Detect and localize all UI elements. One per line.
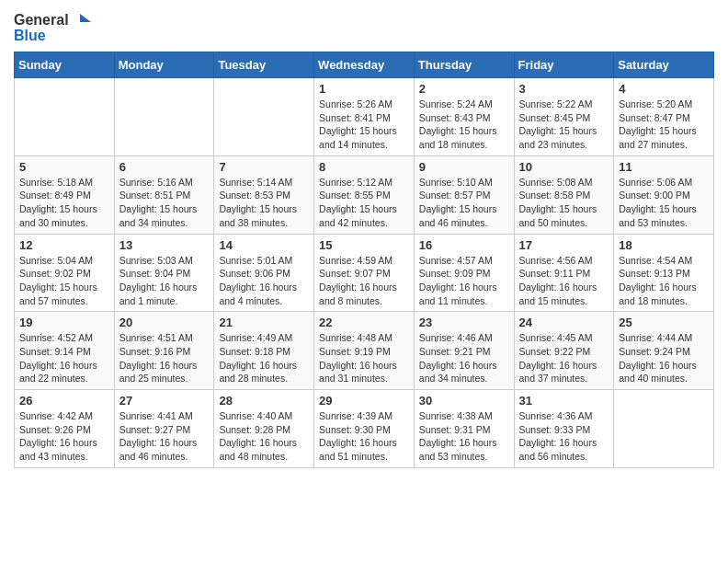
week-row-2: 5Sunrise: 5:18 AM Sunset: 8:49 PM Daylig… — [15, 155, 714, 234]
day-number: 21 — [219, 316, 309, 329]
day-number: 29 — [319, 394, 409, 408]
week-row-3: 12Sunrise: 5:04 AM Sunset: 9:02 PM Dayli… — [15, 234, 714, 312]
day-info: Sunrise: 4:57 AM Sunset: 9:09 PM Dayligh… — [419, 254, 509, 308]
day-cell: 21Sunrise: 4:49 AM Sunset: 9:18 PM Dayli… — [214, 312, 314, 390]
day-cell: 26Sunrise: 4:42 AM Sunset: 9:26 PM Dayli… — [15, 390, 115, 468]
day-number: 5 — [19, 160, 109, 174]
day-number: 30 — [419, 394, 509, 408]
day-number: 7 — [219, 160, 309, 174]
weekday-header-tuesday: Tuesday — [214, 52, 314, 78]
page-header: GeneralBlue — [14, 9, 714, 44]
header-row: SundayMondayTuesdayWednesdayThursdayFrid… — [15, 52, 714, 78]
day-number: 8 — [319, 160, 409, 174]
day-number: 4 — [619, 82, 709, 96]
day-number: 13 — [119, 238, 210, 252]
day-cell: 28Sunrise: 4:40 AM Sunset: 9:28 PM Dayli… — [214, 390, 314, 468]
day-cell: 2Sunrise: 5:24 AM Sunset: 8:43 PM Daylig… — [414, 78, 514, 156]
day-info: Sunrise: 5:14 AM Sunset: 8:53 PM Dayligh… — [219, 176, 309, 230]
day-number: 3 — [519, 82, 609, 96]
day-info: Sunrise: 4:49 AM Sunset: 9:18 PM Dayligh… — [219, 331, 309, 385]
day-info: Sunrise: 4:39 AM Sunset: 9:30 PM Dayligh… — [319, 409, 409, 464]
day-number: 20 — [119, 316, 210, 329]
day-number: 15 — [319, 238, 409, 252]
day-cell: 18Sunrise: 4:54 AM Sunset: 9:13 PM Dayli… — [614, 234, 714, 312]
day-number: 19 — [19, 316, 109, 329]
day-info: Sunrise: 5:26 AM Sunset: 8:41 PM Dayligh… — [319, 98, 409, 152]
day-cell — [15, 78, 115, 156]
day-number: 26 — [19, 394, 109, 408]
day-info: Sunrise: 4:42 AM Sunset: 9:26 PM Dayligh… — [19, 409, 109, 464]
svg-text:Blue: Blue — [14, 28, 46, 43]
day-info: Sunrise: 5:22 AM Sunset: 8:45 PM Dayligh… — [519, 98, 609, 152]
weekday-header-wednesday: Wednesday — [314, 52, 415, 78]
day-cell: 13Sunrise: 5:03 AM Sunset: 9:04 PM Dayli… — [114, 234, 214, 312]
day-info: Sunrise: 5:12 AM Sunset: 8:55 PM Dayligh… — [319, 176, 409, 230]
weekday-header-monday: Monday — [114, 52, 214, 78]
day-info: Sunrise: 5:16 AM Sunset: 8:51 PM Dayligh… — [119, 176, 210, 230]
day-number: 11 — [619, 160, 709, 174]
day-number: 9 — [419, 160, 509, 174]
day-cell: 24Sunrise: 4:45 AM Sunset: 9:22 PM Dayli… — [514, 312, 614, 390]
weekday-header-sunday: Sunday — [15, 52, 115, 78]
day-cell: 12Sunrise: 5:04 AM Sunset: 9:02 PM Dayli… — [15, 234, 115, 312]
day-number: 12 — [19, 238, 109, 252]
day-cell: 8Sunrise: 5:12 AM Sunset: 8:55 PM Daylig… — [314, 155, 415, 234]
day-info: Sunrise: 4:38 AM Sunset: 9:31 PM Dayligh… — [419, 409, 509, 464]
day-number: 1 — [319, 82, 409, 96]
day-cell: 23Sunrise: 4:46 AM Sunset: 9:21 PM Dayli… — [414, 312, 514, 390]
weekday-header-thursday: Thursday — [414, 52, 514, 78]
day-cell: 4Sunrise: 5:20 AM Sunset: 8:47 PM Daylig… — [614, 78, 714, 156]
day-cell — [214, 78, 314, 156]
calendar-table: SundayMondayTuesdayWednesdayThursdayFrid… — [14, 52, 714, 468]
day-number: 10 — [519, 160, 609, 174]
day-cell: 1Sunrise: 5:26 AM Sunset: 8:41 PM Daylig… — [314, 78, 415, 156]
day-cell: 29Sunrise: 4:39 AM Sunset: 9:30 PM Dayli… — [314, 390, 415, 468]
day-cell: 22Sunrise: 4:48 AM Sunset: 9:19 PM Dayli… — [314, 312, 415, 390]
day-info: Sunrise: 5:10 AM Sunset: 8:57 PM Dayligh… — [419, 176, 509, 230]
day-info: Sunrise: 4:44 AM Sunset: 9:24 PM Dayligh… — [619, 331, 709, 385]
day-number: 16 — [419, 238, 509, 252]
day-cell: 11Sunrise: 5:06 AM Sunset: 9:00 PM Dayli… — [614, 155, 714, 234]
day-info: Sunrise: 4:59 AM Sunset: 9:07 PM Dayligh… — [319, 254, 409, 308]
weekday-header-saturday: Saturday — [614, 52, 714, 78]
day-cell: 31Sunrise: 4:36 AM Sunset: 9:33 PM Dayli… — [514, 390, 614, 468]
day-number: 25 — [619, 316, 709, 329]
day-number: 24 — [519, 316, 609, 329]
day-info: Sunrise: 4:40 AM Sunset: 9:28 PM Dayligh… — [219, 409, 309, 464]
svg-marker-2 — [80, 14, 91, 22]
day-cell: 15Sunrise: 4:59 AM Sunset: 9:07 PM Dayli… — [314, 234, 415, 312]
day-cell: 16Sunrise: 4:57 AM Sunset: 9:09 PM Dayli… — [414, 234, 514, 312]
logo-svg: GeneralBlue — [14, 9, 97, 44]
day-number: 17 — [519, 238, 609, 252]
day-info: Sunrise: 4:41 AM Sunset: 9:27 PM Dayligh… — [119, 409, 210, 464]
day-number: 22 — [319, 316, 409, 329]
day-cell: 7Sunrise: 5:14 AM Sunset: 8:53 PM Daylig… — [214, 155, 314, 234]
day-info: Sunrise: 4:51 AM Sunset: 9:16 PM Dayligh… — [119, 331, 210, 385]
day-info: Sunrise: 4:56 AM Sunset: 9:11 PM Dayligh… — [519, 254, 609, 308]
day-info: Sunrise: 4:48 AM Sunset: 9:19 PM Dayligh… — [319, 331, 409, 385]
day-number: 27 — [119, 394, 210, 408]
day-cell: 17Sunrise: 4:56 AM Sunset: 9:11 PM Dayli… — [514, 234, 614, 312]
day-info: Sunrise: 5:20 AM Sunset: 8:47 PM Dayligh… — [619, 98, 709, 152]
day-info: Sunrise: 4:36 AM Sunset: 9:33 PM Dayligh… — [519, 409, 609, 464]
day-cell: 25Sunrise: 4:44 AM Sunset: 9:24 PM Dayli… — [614, 312, 714, 390]
day-number: 28 — [219, 394, 309, 408]
day-info: Sunrise: 5:03 AM Sunset: 9:04 PM Dayligh… — [119, 254, 210, 308]
week-row-4: 19Sunrise: 4:52 AM Sunset: 9:14 PM Dayli… — [15, 312, 714, 390]
day-cell: 20Sunrise: 4:51 AM Sunset: 9:16 PM Dayli… — [114, 312, 214, 390]
day-info: Sunrise: 5:24 AM Sunset: 8:43 PM Dayligh… — [419, 98, 509, 152]
day-info: Sunrise: 4:54 AM Sunset: 9:13 PM Dayligh… — [619, 254, 709, 308]
day-cell: 6Sunrise: 5:16 AM Sunset: 8:51 PM Daylig… — [114, 155, 214, 234]
day-cell: 9Sunrise: 5:10 AM Sunset: 8:57 PM Daylig… — [414, 155, 514, 234]
day-number: 6 — [119, 160, 210, 174]
day-cell: 19Sunrise: 4:52 AM Sunset: 9:14 PM Dayli… — [15, 312, 115, 390]
day-info: Sunrise: 5:04 AM Sunset: 9:02 PM Dayligh… — [19, 254, 109, 308]
day-cell — [114, 78, 214, 156]
day-cell: 27Sunrise: 4:41 AM Sunset: 9:27 PM Dayli… — [114, 390, 214, 468]
day-info: Sunrise: 4:46 AM Sunset: 9:21 PM Dayligh… — [419, 331, 509, 385]
day-number: 23 — [419, 316, 509, 329]
day-info: Sunrise: 5:18 AM Sunset: 8:49 PM Dayligh… — [19, 176, 109, 230]
weekday-header-friday: Friday — [514, 52, 614, 78]
day-cell: 30Sunrise: 4:38 AM Sunset: 9:31 PM Dayli… — [414, 390, 514, 468]
day-info: Sunrise: 5:01 AM Sunset: 9:06 PM Dayligh… — [219, 254, 309, 308]
